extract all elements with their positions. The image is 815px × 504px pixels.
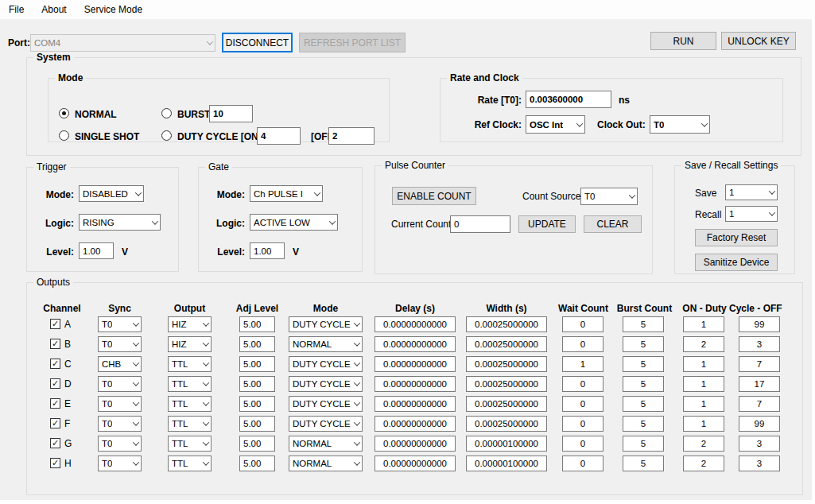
gate-logic-select[interactable]: ACTIVE LOW <box>250 214 338 231</box>
menu-file[interactable]: File <box>0 1 33 18</box>
adj-level-input[interactable]: 5.00 <box>239 316 275 332</box>
wait-count-input[interactable]: 0 <box>562 396 603 412</box>
sync-select[interactable]: T0 <box>98 456 142 471</box>
duty-on-input[interactable]: 2 <box>683 436 724 452</box>
wait-count-input[interactable]: 0 <box>562 376 603 392</box>
delay-input[interactable]: 0.00000000000 <box>375 316 456 332</box>
ref-clock-select[interactable]: OSC Int <box>526 115 585 134</box>
count-source-select[interactable]: T0 <box>580 188 638 205</box>
adj-level-input[interactable]: 5.00 <box>239 396 275 412</box>
single-shot-radio[interactable] <box>59 130 69 141</box>
unlock-key-button[interactable]: UNLOCK KEY <box>721 32 796 50</box>
current-count-input[interactable]: 0 <box>450 215 510 233</box>
gate-level-input[interactable]: 1.00 <box>250 242 285 259</box>
output-select[interactable]: TTL <box>168 416 212 432</box>
sync-select[interactable]: T0 <box>98 436 142 452</box>
mode-select[interactable]: DUTY CYCLE <box>289 316 363 332</box>
normal-radio[interactable] <box>59 108 69 118</box>
duty-on-input[interactable]: 2 <box>683 456 724 471</box>
delay-input[interactable]: 0.00000000000 <box>375 456 456 471</box>
mode-select[interactable]: DUTY CYCLE <box>289 416 363 432</box>
adj-level-input[interactable]: 5.00 <box>239 436 275 452</box>
delay-input[interactable]: 0.00000000000 <box>375 356 456 372</box>
enable-count-button[interactable]: ENABLE COUNT <box>392 187 476 205</box>
gate-mode-select[interactable]: Ch PULSE I <box>250 185 323 202</box>
sync-select[interactable]: T0 <box>98 376 142 392</box>
run-button[interactable]: RUN <box>650 32 716 50</box>
duty-off-input[interactable]: 2 <box>328 127 375 145</box>
mode-select[interactable]: DUTY CYCLE <box>289 356 363 372</box>
channel-checkbox[interactable]: ✓ <box>50 359 60 369</box>
output-select[interactable]: HIZ <box>168 336 212 352</box>
menu-about[interactable]: About <box>33 1 75 18</box>
channel-checkbox[interactable]: ✓ <box>50 339 60 349</box>
width-input[interactable]: 0.00025000000 <box>466 396 547 412</box>
sanitize-device-button[interactable]: Sanitize Device <box>695 254 778 271</box>
clear-button[interactable]: CLEAR <box>584 215 642 233</box>
burst-count-input[interactable]: 5 <box>623 416 664 432</box>
update-button[interactable]: UPDATE <box>518 215 576 233</box>
duty-on-input[interactable]: 1 <box>683 416 724 432</box>
burst-radio[interactable] <box>161 108 172 118</box>
wait-count-input[interactable]: 0 <box>562 416 603 432</box>
sync-select[interactable]: T0 <box>98 336 142 352</box>
rate-input[interactable]: 0.003600000 <box>526 91 611 108</box>
output-select[interactable]: TTL <box>168 396 212 412</box>
menu-service-mode[interactable]: Service Mode <box>76 1 151 18</box>
trigger-logic-select[interactable]: RISING <box>79 214 161 231</box>
delay-input[interactable]: 0.00000000000 <box>375 436 456 452</box>
output-select[interactable]: TTL <box>168 436 212 452</box>
duty-on-input[interactable]: 1 <box>683 396 724 412</box>
duty-off-input[interactable]: 7 <box>739 396 780 412</box>
wait-count-input[interactable]: 0 <box>562 336 603 352</box>
duty-on-input[interactable]: 1 <box>683 356 724 372</box>
wait-count-input[interactable]: 0 <box>562 456 603 471</box>
burst-count-input[interactable]: 5 <box>623 356 664 372</box>
width-input[interactable]: 0.00025000000 <box>466 376 547 392</box>
delay-input[interactable]: 0.00000000000 <box>375 396 456 412</box>
adj-level-input[interactable]: 5.00 <box>239 356 275 372</box>
width-input[interactable]: 0.00000100000 <box>466 436 547 452</box>
port-select[interactable]: COM4 <box>30 34 215 52</box>
adj-level-input[interactable]: 5.00 <box>239 376 275 392</box>
wait-count-input[interactable]: 0 <box>562 436 603 452</box>
width-input[interactable]: 0.00000100000 <box>466 456 547 471</box>
output-select[interactable]: TTL <box>168 376 212 392</box>
width-input[interactable]: 0.00025000000 <box>466 356 547 372</box>
sync-select[interactable]: T0 <box>98 416 142 432</box>
adj-level-input[interactable]: 5.00 <box>239 416 275 432</box>
duty-cycle-radio[interactable] <box>161 130 172 141</box>
delay-input[interactable]: 0.00000000000 <box>375 336 456 352</box>
trigger-mode-select[interactable]: DISABLED <box>79 185 144 202</box>
mode-select[interactable]: DUTY CYCLE <box>289 396 363 412</box>
adj-level-input[interactable]: 5.00 <box>239 456 275 471</box>
channel-checkbox[interactable]: ✓ <box>50 319 60 329</box>
mode-select[interactable]: DUTY CYCLE <box>289 376 363 392</box>
wait-count-input[interactable]: 1 <box>562 356 603 372</box>
channel-checkbox[interactable]: ✓ <box>50 398 60 409</box>
width-input[interactable]: 0.00025000000 <box>466 316 547 332</box>
duty-off-input[interactable]: 99 <box>739 416 780 432</box>
width-input[interactable]: 0.00025000000 <box>466 336 547 352</box>
sync-select[interactable]: CHB <box>98 356 142 372</box>
sync-select[interactable]: T0 <box>98 316 142 332</box>
mode-select[interactable]: NORMAL <box>289 456 363 471</box>
duty-off-input[interactable]: 3 <box>739 336 780 352</box>
adj-level-input[interactable]: 5.00 <box>239 336 275 352</box>
duty-off-input[interactable]: 17 <box>739 376 780 392</box>
duty-on-input[interactable]: 2 <box>683 336 724 352</box>
output-select[interactable]: HIZ <box>168 316 212 332</box>
channel-checkbox[interactable]: ✓ <box>50 458 60 468</box>
factory-reset-button[interactable]: Factory Reset <box>695 229 778 246</box>
duty-off-input[interactable]: 99 <box>739 316 780 332</box>
duty-on-input[interactable]: 1 <box>683 316 724 332</box>
channel-checkbox[interactable]: ✓ <box>50 378 60 389</box>
channel-checkbox[interactable]: ✓ <box>50 438 60 448</box>
mode-select[interactable]: NORMAL <box>289 336 363 352</box>
burst-count-input[interactable]: 5 <box>623 436 664 452</box>
delay-input[interactable]: 0.00000000000 <box>375 376 456 392</box>
trigger-level-input[interactable]: 1.00 <box>79 242 114 259</box>
recall-slot-select[interactable]: 1 <box>725 206 778 222</box>
burst-count-input[interactable]: 5 <box>623 376 664 392</box>
width-input[interactable]: 0.00025000000 <box>466 416 547 432</box>
